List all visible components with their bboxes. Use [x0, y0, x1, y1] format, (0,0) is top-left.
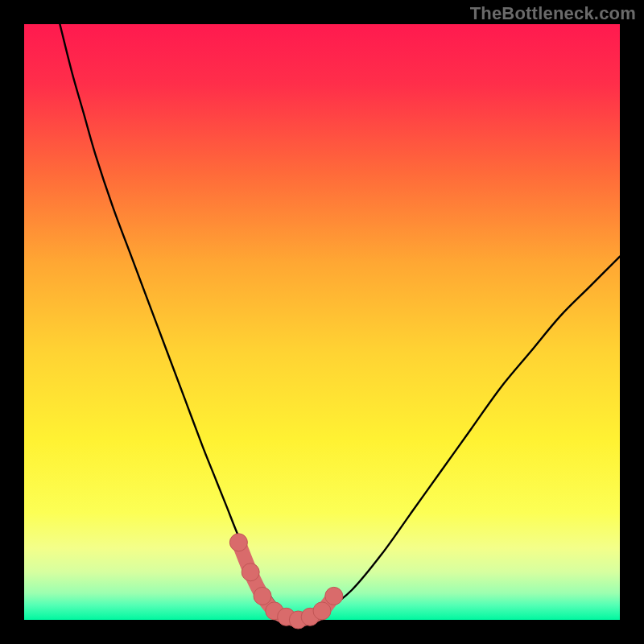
gradient-background: [24, 24, 620, 620]
optimal-marker-dot: [313, 602, 331, 620]
optimal-marker-dot: [242, 564, 259, 581]
chart-frame: { "watermark": "TheBottleneck.com", "col…: [0, 0, 644, 644]
bottleneck-chart: [0, 0, 644, 644]
watermark-text: TheBottleneck.com: [470, 3, 636, 24]
optimal-marker-dot: [325, 587, 343, 605]
optimal-marker-dot: [229, 534, 247, 551]
optimal-marker-dot: [254, 587, 271, 605]
